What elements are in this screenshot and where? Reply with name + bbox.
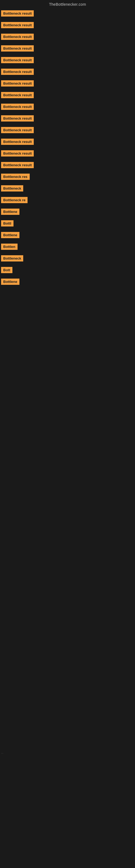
bottleneck-badge[interactable]: Bott (1, 267, 12, 273)
bottleneck-badge[interactable]: Bottleneck (1, 185, 23, 191)
bottleneck-badge[interactable]: Bottleneck result (1, 22, 34, 28)
ellipsis-indicator: ... (1, 751, 3, 754)
bottleneck-badge[interactable]: Bottleneck result (1, 115, 34, 122)
spacer (0, 288, 135, 451)
bottleneck-badge[interactable]: Bottleneck result (1, 69, 34, 75)
bottleneck-badge[interactable]: Bottlene (1, 232, 19, 238)
bottleneck-row: Bottleneck result (0, 31, 135, 43)
bottleneck-row: Bottleneck result (0, 160, 135, 172)
bottleneck-badge[interactable]: Bottleneck re (1, 197, 28, 203)
bottleneck-row: Bottlene (0, 276, 135, 288)
bottleneck-badge[interactable]: Bottlene (1, 279, 19, 285)
bottleneck-badge[interactable]: Bottleneck result (1, 104, 34, 110)
bottleneck-row: Bottleneck result (0, 78, 135, 90)
bottleneck-badge[interactable]: Bottleneck result (1, 127, 34, 133)
site-title: TheBottlenecker.com (49, 2, 86, 6)
bottleneck-row: Bottleneck result (0, 43, 135, 55)
bottleneck-badge[interactable]: Bottleneck res (1, 174, 30, 180)
bottleneck-row: Bottleneck re (0, 195, 135, 207)
bottleneck-badge[interactable]: Bottleneck result (1, 92, 34, 98)
bottleneck-row: Bottleneck result (0, 90, 135, 101)
bottleneck-row: Bottleneck (0, 253, 135, 265)
bottleneck-badge[interactable]: Bottleneck result (1, 150, 34, 156)
bottleneck-row: Bottleneck result (0, 55, 135, 66)
bottleneck-row: Bottl (0, 218, 135, 230)
bottleneck-badge[interactable]: Bottleneck result (1, 138, 34, 145)
bottleneck-row: Bottlen (0, 241, 135, 253)
bottleneck-row: Bottleneck result (0, 66, 135, 78)
bottleneck-badge[interactable]: Bottleneck (1, 255, 23, 261)
bottleneck-row: Bottleneck res (0, 172, 135, 183)
bottleneck-badge[interactable]: Bottlen (1, 244, 17, 250)
bottleneck-badge[interactable]: Bottleneck result (1, 80, 34, 87)
bottleneck-badge[interactable]: Bottleneck result (1, 57, 34, 63)
bottleneck-row: Bottleneck result (0, 20, 135, 31)
bottleneck-badge[interactable]: Bottleneck result (1, 45, 34, 52)
bottleneck-row: Bottleneck result (0, 148, 135, 160)
bottleneck-row: Bottleneck result (0, 113, 135, 125)
bottleneck-row: Bottleneck result (0, 136, 135, 148)
bottleneck-badge[interactable]: Bottleneck result (1, 34, 34, 40)
bottleneck-row: Bott (0, 265, 135, 276)
bottleneck-row: Bottleneck (0, 183, 135, 195)
bottleneck-list: Bottleneck resultBottleneck resultBottle… (0, 8, 135, 288)
bottleneck-row: Bottleneck result (0, 8, 135, 20)
bottleneck-row: Bottlene (0, 230, 135, 241)
bottleneck-badge[interactable]: Bottl (1, 220, 13, 226)
bottleneck-badge[interactable]: Bottlene (1, 209, 19, 215)
bottleneck-row: Bottlene (0, 207, 135, 218)
site-header: TheBottlenecker.com (0, 0, 135, 8)
bottleneck-row: Bottleneck result (0, 101, 135, 113)
bottleneck-badge[interactable]: Bottleneck result (1, 10, 34, 17)
bottleneck-badge[interactable]: Bottleneck result (1, 162, 34, 168)
bottleneck-row: Bottleneck result (0, 125, 135, 136)
